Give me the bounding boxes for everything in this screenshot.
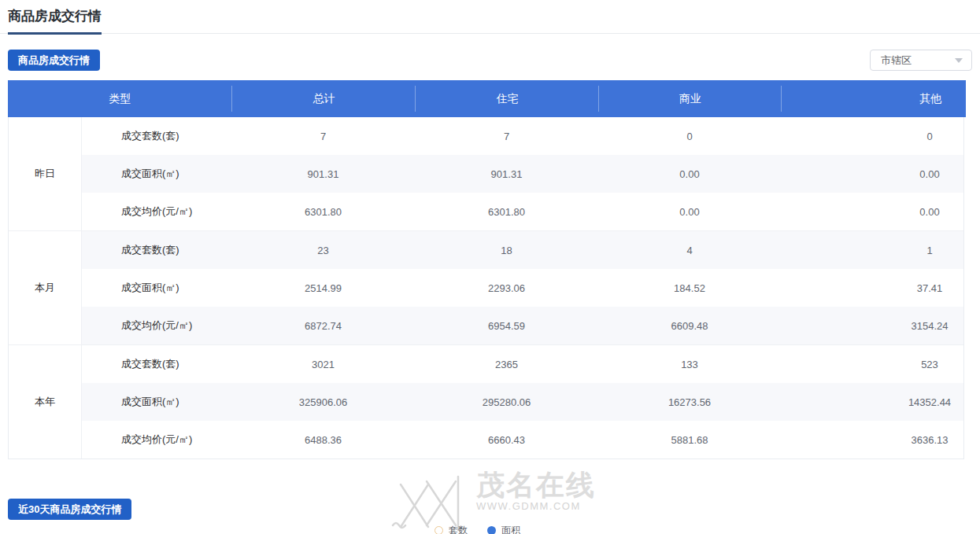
value-cell: 133: [598, 345, 781, 383]
value-cell: 1: [781, 231, 963, 269]
value-cell: 901.31: [231, 155, 415, 193]
value-cell: 6609.48: [598, 307, 781, 344]
table-row: 成交面积(㎡)325906.06295280.0616273.5614352.4…: [82, 383, 963, 421]
value-cell: 4: [598, 231, 781, 269]
value-cell: 0: [598, 117, 781, 155]
value-cell: 295280.06: [415, 383, 598, 421]
value-cell: 2293.06: [415, 269, 598, 307]
value-cell: 18: [415, 231, 598, 269]
value-cell: 6872.74: [231, 307, 415, 344]
metric-label: 成交面积(㎡): [82, 383, 231, 421]
market-tab-button[interactable]: 商品房成交行情: [8, 50, 100, 71]
metric-label: 成交套数(套): [82, 231, 231, 269]
row-group-label: 本年: [9, 345, 82, 459]
legend-item-count[interactable]: 套数: [435, 524, 468, 534]
metric-label: 成交套数(套): [82, 117, 231, 155]
value-cell: 3021: [231, 345, 415, 383]
page: 商品房成交行情 商品房成交行情 市辖区 类型 总计 住宅 商业 其他 昨日成交套…: [0, 0, 980, 534]
metric-label: 成交均价(元/㎡): [82, 421, 231, 459]
page-title: 商品房成交行情: [8, 7, 102, 35]
value-cell: 7: [415, 117, 598, 155]
value-cell: 6301.80: [231, 193, 415, 230]
legend-item-area[interactable]: 面积: [487, 524, 520, 534]
value-cell: 6660.43: [415, 421, 598, 459]
watermark-site-name: 茂名在线: [476, 470, 596, 500]
value-cell: 0.00: [598, 155, 781, 193]
value-cell: 0.00: [781, 193, 963, 230]
table-header: 类型 总计 住宅 商业 其他: [8, 80, 966, 117]
value-cell: 901.31: [415, 155, 598, 193]
table-row: 成交面积(㎡)901.31901.310.000.00: [82, 155, 963, 193]
hollow-circle-icon: [435, 526, 443, 534]
value-cell: 2365: [415, 345, 598, 383]
row-group-label: 本月: [9, 231, 82, 344]
legend-label: 套数: [449, 524, 468, 534]
value-cell: 0.00: [781, 155, 963, 193]
value-cell: 2514.99: [231, 269, 415, 307]
value-cell: 7: [231, 117, 415, 155]
table-row: 成交套数(套)7700: [82, 117, 963, 155]
col-header-other: 其他: [782, 80, 964, 117]
chart-legend: 套数 面积: [435, 524, 540, 534]
region-select-value: 市辖区: [871, 53, 955, 68]
value-cell: 5881.68: [598, 421, 781, 459]
table-body: 昨日成交套数(套)7700成交面积(㎡)901.31901.310.000.00…: [9, 117, 963, 459]
solid-circle-icon: [487, 526, 496, 534]
metric-label: 成交面积(㎡): [82, 155, 231, 193]
table-row-group: 昨日成交套数(套)7700成交面积(㎡)901.31901.310.000.00…: [9, 117, 963, 230]
row-group-label: 昨日: [9, 117, 82, 230]
value-cell: 0.00: [598, 193, 781, 230]
value-cell: 16273.56: [598, 383, 781, 421]
toolbar: 商品房成交行情 市辖区: [8, 50, 972, 71]
value-cell: 23: [231, 231, 415, 269]
chevron-down-icon: [955, 58, 963, 63]
region-select[interactable]: 市辖区: [870, 50, 972, 71]
col-header-commercial: 商业: [599, 80, 782, 117]
value-cell: 3636.13: [781, 421, 963, 459]
table-row: 成交均价(元/㎡)6301.806301.800.000.00: [82, 193, 963, 230]
table-row: 成交均价(元/㎡)6872.746954.596609.483154.24: [82, 307, 963, 344]
transaction-table: 类型 总计 住宅 商业 其他 昨日成交套数(套)7700成交面积(㎡)901.3…: [8, 80, 964, 459]
value-cell: 184.52: [598, 269, 781, 307]
legend-label: 面积: [501, 524, 520, 534]
value-cell: 3154.24: [781, 307, 963, 344]
table-row: 成交套数(套)30212365133523: [82, 345, 963, 383]
value-cell: 14352.44: [781, 383, 963, 421]
col-header-type: 类型: [8, 80, 232, 117]
table-row: 成交套数(套)231841: [82, 231, 963, 269]
table-row-group: 本月成交套数(套)231841成交面积(㎡)2514.992293.06184.…: [9, 230, 963, 344]
table-row: 成交面积(㎡)2514.992293.06184.5237.41: [82, 269, 963, 307]
col-header-residential: 住宅: [416, 80, 599, 117]
value-cell: 325906.06: [231, 383, 415, 421]
value-cell: 6301.80: [415, 193, 598, 230]
metric-label: 成交均价(元/㎡): [82, 307, 231, 344]
table-row: 成交均价(元/㎡)6488.366660.435881.683636.13: [82, 421, 963, 459]
last-30-days-button[interactable]: 近30天商品房成交行情: [8, 499, 131, 520]
col-header-total: 总计: [232, 80, 416, 117]
metric-label: 成交套数(套): [82, 345, 231, 383]
metric-label: 成交均价(元/㎡): [82, 193, 231, 230]
footer: 近30天商品房成交行情: [8, 499, 980, 520]
value-cell: 6954.59: [415, 307, 598, 344]
title-bar: 商品房成交行情: [0, 0, 980, 34]
value-cell: 6488.36: [231, 421, 415, 459]
value-cell: 523: [781, 345, 963, 383]
value-cell: 0: [781, 117, 963, 155]
metric-label: 成交面积(㎡): [82, 269, 231, 307]
table-row-group: 本年成交套数(套)30212365133523成交面积(㎡)325906.062…: [9, 344, 963, 459]
value-cell: 37.41: [781, 269, 963, 307]
